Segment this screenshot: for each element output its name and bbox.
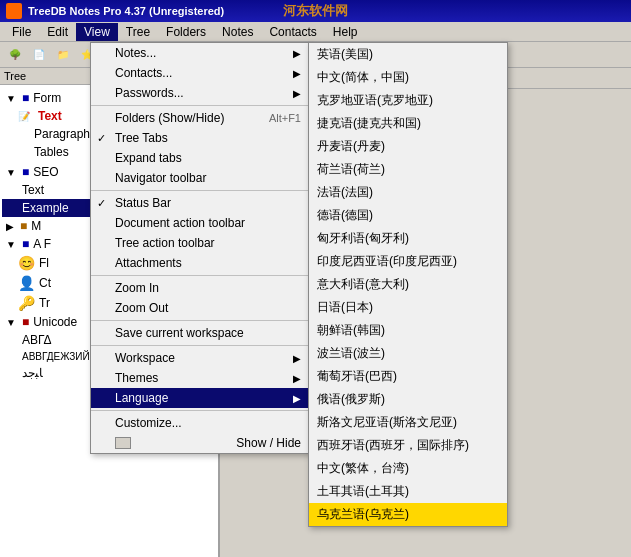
lang-indonesian[interactable]: 印度尼西亚语(印度尼西亚)	[309, 250, 507, 273]
menu-expand-tabs[interactable]: Expand tabs	[91, 148, 309, 168]
lang-russian[interactable]: 俄语(俄罗斯)	[309, 388, 507, 411]
lang-danish[interactable]: 丹麦语(丹麦)	[309, 135, 507, 158]
lang-croatian[interactable]: 克罗地亚语(克罗地亚)	[309, 89, 507, 112]
menu-folders-show[interactable]: Folders (Show/Hide)Alt+F1	[91, 108, 309, 128]
menu-navigator-toolbar[interactable]: Navigator toolbar	[91, 168, 309, 188]
menu-status-bar[interactable]: Status Bar	[91, 193, 309, 213]
lang-ukrainian[interactable]: 乌克兰语(乌克兰)	[309, 503, 507, 526]
menu-passwords-item[interactable]: Passwords...▶	[91, 83, 309, 103]
folder-icon-5: ▼	[6, 317, 16, 328]
sep-2	[91, 190, 309, 191]
app-logo	[6, 3, 22, 19]
sep-5	[91, 345, 309, 346]
lang-english[interactable]: 英语(美国)	[309, 43, 507, 66]
menu-attachments[interactable]: Attachments	[91, 253, 309, 273]
menu-tree-action-toolbar[interactable]: Tree action toolbar	[91, 233, 309, 253]
lang-submenu: 英语(美国) 中文(简体，中国) 克罗地亚语(克罗地亚) 捷克语(捷克共和国) …	[308, 42, 508, 527]
lang-portuguese[interactable]: 葡萄牙语(巴西)	[309, 365, 507, 388]
menu-doc-action-toolbar[interactable]: Document action toolbar	[91, 213, 309, 233]
folder-icon-4: ▼	[6, 239, 16, 250]
title-text: TreeDB Notes Pro 4.37 (Unregistered)	[28, 5, 224, 17]
toolbar-btn-3[interactable]: 📁	[52, 44, 74, 66]
folder-icon: ▼	[6, 93, 16, 104]
menu-help[interactable]: Help	[325, 23, 366, 41]
lang-czech[interactable]: 捷克语(捷克共和国)	[309, 112, 507, 135]
doc-icon: 📝	[18, 111, 30, 122]
lang-french[interactable]: 法语(法国)	[309, 181, 507, 204]
sep-6	[91, 410, 309, 411]
toolbar-btn-2[interactable]: 📄	[28, 44, 50, 66]
toolbar-btn-1[interactable]: 🌳	[4, 44, 26, 66]
lang-chinese-traditional[interactable]: 中文(繁体，台湾)	[309, 457, 507, 480]
view-menu-dropdown: Notes...▶ Contacts...▶ Passwords...▶ Fol…	[90, 42, 310, 454]
menu-file[interactable]: File	[4, 23, 39, 41]
menu-language[interactable]: Language▶	[91, 388, 309, 408]
lang-hungarian[interactable]: 匈牙利语(匈牙利)	[309, 227, 507, 250]
menu-contacts[interactable]: Contacts	[261, 23, 324, 41]
lang-slovenian[interactable]: 斯洛文尼亚语(斯洛文尼亚)	[309, 411, 507, 434]
tree-label: Tree	[4, 70, 26, 82]
menu-save-workspace[interactable]: Save current workspace	[91, 323, 309, 343]
lang-chinese-simplified[interactable]: 中文(简体，中国)	[309, 66, 507, 89]
menu-edit[interactable]: Edit	[39, 23, 76, 41]
menu-notes-item[interactable]: Notes...▶	[91, 43, 309, 63]
menu-customize[interactable]: Customize...	[91, 413, 309, 433]
menu-folders[interactable]: Folders	[158, 23, 214, 41]
lang-turkish[interactable]: 土耳其语(土耳其)	[309, 480, 507, 503]
lang-japanese[interactable]: 日语(日本)	[309, 296, 507, 319]
menu-zoom-out[interactable]: Zoom Out	[91, 298, 309, 318]
sep-3	[91, 275, 309, 276]
lang-korean[interactable]: 朝鲜语(韩国)	[309, 319, 507, 342]
folder-icon-3: ▶	[6, 221, 14, 232]
menu-bar: File Edit View Tree Folders Notes Contac…	[0, 22, 631, 42]
folder-icon-2: ▼	[6, 167, 16, 178]
menu-tree-tabs[interactable]: Tree Tabs	[91, 128, 309, 148]
menu-themes[interactable]: Themes▶	[91, 368, 309, 388]
lang-italian[interactable]: 意大利语(意大利)	[309, 273, 507, 296]
sep-4	[91, 320, 309, 321]
lang-polish[interactable]: 波兰语(波兰)	[309, 342, 507, 365]
menu-tree[interactable]: Tree	[118, 23, 158, 41]
lang-spanish[interactable]: 西班牙语(西班牙，国际排序)	[309, 434, 507, 457]
watermark-text: 河东软件网	[283, 2, 348, 20]
lang-german[interactable]: 德语(德国)	[309, 204, 507, 227]
menu-view[interactable]: View	[76, 23, 118, 41]
menu-show-hide[interactable]: Show / Hide	[91, 433, 309, 453]
title-bar: TreeDB Notes Pro 4.37 (Unregistered) 河东软…	[0, 0, 631, 22]
sep-1	[91, 105, 309, 106]
menu-workspace[interactable]: Workspace▶	[91, 348, 309, 368]
menu-notes[interactable]: Notes	[214, 23, 261, 41]
menu-zoom-in[interactable]: Zoom In	[91, 278, 309, 298]
menu-contacts-item[interactable]: Contacts...▶	[91, 63, 309, 83]
lang-dutch[interactable]: 荷兰语(荷兰)	[309, 158, 507, 181]
